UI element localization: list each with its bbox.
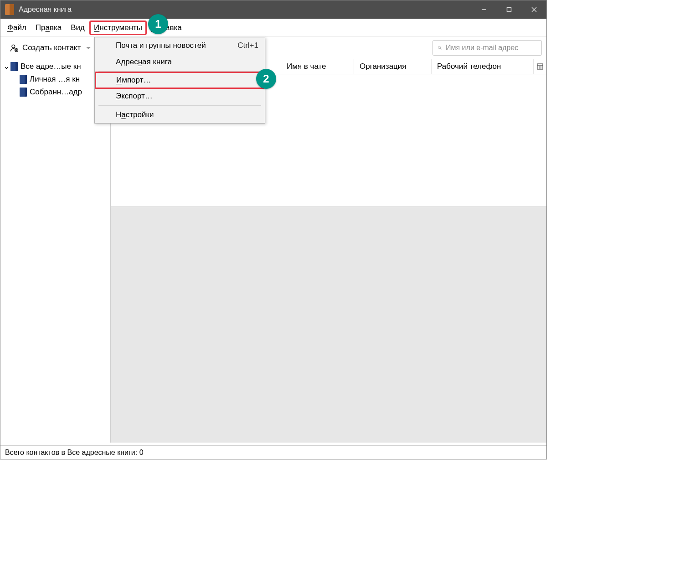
column-picker-icon bbox=[537, 63, 543, 70]
maximize-button[interactable] bbox=[496, 0, 521, 19]
new-contact-button[interactable]: Создать контакт bbox=[5, 41, 95, 55]
book-icon bbox=[10, 62, 18, 71]
tree-item-label: Собранн…адр bbox=[30, 88, 82, 97]
book-icon bbox=[20, 88, 27, 97]
menuitem-export[interactable]: Экспорт… bbox=[95, 88, 265, 104]
menu-file[interactable]: Файл bbox=[3, 21, 31, 35]
toolbar: Создать контакт Создать сообщение Удалит… bbox=[0, 37, 546, 59]
search-input[interactable] bbox=[446, 44, 537, 52]
menuitem-mail-newsgroups[interactable]: Почта и группы новостей Ctrl+1 bbox=[95, 37, 265, 54]
title-bar: Адресная книга bbox=[0, 0, 546, 19]
status-text: Всего контактов в Все адресные книги: 0 bbox=[5, 449, 144, 457]
menu-edit[interactable]: Правка bbox=[31, 21, 66, 35]
minimize-button[interactable] bbox=[471, 0, 496, 19]
main-area: ⌄ Все адре…ые кн Личная …я кн Собранн…ад… bbox=[0, 59, 546, 443]
close-button[interactable] bbox=[521, 0, 546, 19]
svg-point-8 bbox=[438, 46, 441, 49]
minimize-icon bbox=[481, 7, 487, 12]
chevron-down-icon: ⌄ bbox=[3, 62, 8, 71]
menuitem-settings[interactable]: Настройки bbox=[95, 107, 265, 123]
status-bar: Всего контактов в Все адресные книги: 0 bbox=[0, 445, 546, 459]
tree-item-collected[interactable]: Собранн…адр bbox=[0, 86, 110, 98]
close-icon bbox=[531, 7, 537, 12]
app-icon bbox=[5, 4, 14, 15]
book-icon bbox=[20, 75, 27, 84]
menu-view[interactable]: Вид bbox=[66, 21, 89, 35]
callout-badge-2: 2 bbox=[256, 69, 276, 89]
column-organization[interactable]: Организация bbox=[354, 59, 432, 74]
search-icon bbox=[438, 43, 442, 52]
search-box[interactable] bbox=[432, 40, 542, 56]
svg-point-4 bbox=[12, 45, 15, 48]
tools-dropdown-menu: Почта и группы новостей Ctrl+1 Адресная … bbox=[94, 37, 265, 124]
svg-line-9 bbox=[440, 48, 441, 49]
menuitem-address-book[interactable]: Адресная книга bbox=[95, 54, 265, 70]
keyboard-shortcut: Ctrl+1 bbox=[237, 41, 258, 50]
person-plus-icon bbox=[10, 43, 19, 52]
tree-root-label: Все адре…ые кн bbox=[21, 62, 81, 71]
menu-tools[interactable]: Инструменты bbox=[89, 21, 147, 35]
new-contact-label: Создать контакт bbox=[22, 43, 81, 52]
chevron-down-icon bbox=[86, 47, 91, 49]
svg-rect-10 bbox=[537, 64, 543, 69]
callout-badge-1: 1 bbox=[148, 14, 168, 34]
tree-item-personal[interactable]: Личная …я кн bbox=[0, 73, 110, 86]
svg-rect-1 bbox=[507, 8, 511, 12]
maximize-icon bbox=[506, 7, 512, 12]
contact-detail-pane bbox=[111, 206, 546, 443]
window-title: Адресная книга bbox=[19, 5, 471, 14]
menu-divider bbox=[98, 105, 261, 106]
column-work-phone[interactable]: Рабочий телефон bbox=[432, 59, 534, 74]
tree-item-label: Личная …я кн bbox=[30, 75, 80, 84]
window-controls bbox=[471, 0, 546, 19]
column-picker-button[interactable] bbox=[534, 63, 546, 70]
column-chat-name[interactable]: Имя в чате bbox=[281, 59, 354, 74]
menu-bar: Файл Правка Вид Инструменты Справка bbox=[0, 19, 546, 37]
menuitem-import[interactable]: Импорт… bbox=[95, 72, 265, 89]
tree-root-all-addressbooks[interactable]: ⌄ Все адре…ые кн bbox=[0, 60, 110, 73]
